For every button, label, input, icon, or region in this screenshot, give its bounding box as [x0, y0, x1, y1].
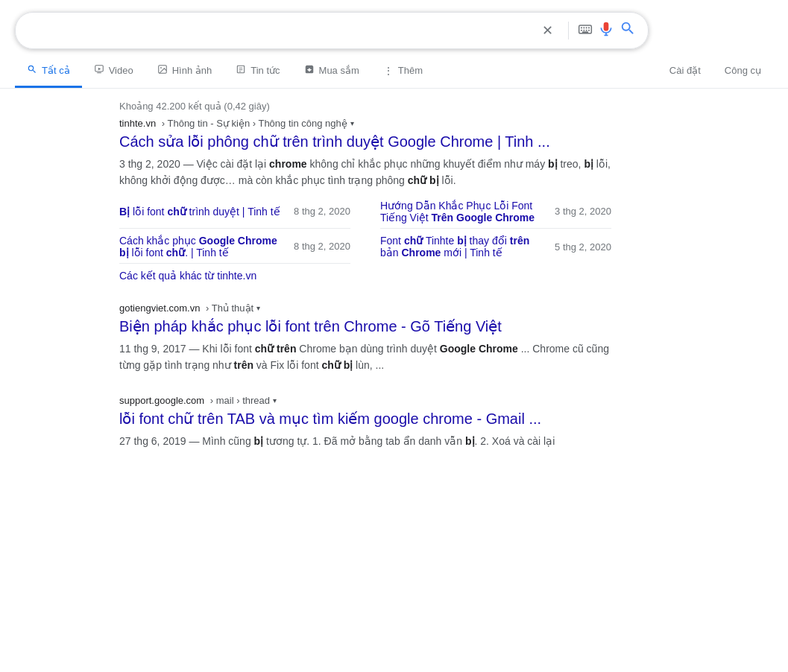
result-source: support.google.com › mail › thread ▾	[119, 395, 611, 406]
tab-all[interactable]: Tất cả	[15, 55, 82, 88]
result-domain: support.google.com	[119, 395, 204, 406]
svg-marker-11	[98, 68, 101, 71]
play-icon	[94, 64, 104, 77]
keyboard-icon[interactable]	[578, 22, 593, 40]
settings-label: Cài đặt	[669, 65, 701, 76]
sub-link[interactable]: Hướng Dẫn Khắc Phục Lỗi Font Tiếng Việt …	[380, 200, 546, 224]
sub-link-date: 8 thg 2, 2020	[294, 241, 350, 252]
sub-link[interactable]: Bị lỗi font chữ trình duyệt | Tinh tế	[119, 206, 280, 218]
more-results-link[interactable]: Các kết quả khác từ tinhte.vn	[119, 270, 611, 282]
tab-video-label: Video	[109, 65, 133, 76]
results-container: tinhte.vn › Thông tin - Sự kiện › Thông …	[0, 118, 788, 449]
search-tab-icon	[27, 64, 37, 77]
result-source: tinhte.vn › Thông tin - Sự kiện › Thông …	[119, 118, 611, 129]
breadcrumb-dropdown-icon[interactable]: ▾	[256, 304, 260, 312]
sub-link-date: 8 thg 2, 2020	[294, 206, 350, 217]
tab-news-label: Tin tức	[250, 65, 280, 76]
search-divider	[568, 22, 569, 39]
sub-link-row: Bị lỗi font chữ trình duyệt | Tinh tế 8 …	[119, 195, 350, 229]
tab-images-label: Hình ảnh	[172, 65, 212, 76]
tab-shopping[interactable]: Mua sắm	[292, 55, 371, 88]
tag-icon	[304, 64, 315, 77]
result-breadcrumb: › mail › thread	[207, 395, 270, 406]
settings-tab[interactable]: Cài đặt	[658, 56, 713, 87]
sub-link-row: Hướng Dẫn Khắc Phục Lỗi Font Tiếng Việt …	[380, 195, 611, 229]
sub-link-date: 3 thg 2, 2020	[555, 206, 611, 217]
result-title[interactable]: lỗi font chữ trên TAB và mục tìm kiếm go…	[119, 409, 611, 428]
tab-more[interactable]: ⋮ Thêm	[371, 56, 435, 88]
result-desc: 27 thg 6, 2019 — Mình cũng bị tương tự. …	[119, 433, 611, 449]
sub-link[interactable]: Cách khắc phục Google Chrome bị lỗi font…	[119, 235, 285, 259]
nav-tabs: Tất cả Video Hình ảnh Tin tức Mua sắm ⋮ …	[0, 55, 788, 89]
sub-link-date: 5 thg 2, 2020	[555, 241, 611, 253]
tab-images[interactable]: Hình ảnh	[145, 55, 224, 88]
dots-icon: ⋮	[383, 65, 394, 77]
clear-icon[interactable]: ✕	[536, 22, 559, 39]
result-breadcrumb: › Thủ thuật	[203, 302, 253, 314]
tab-more-label: Thêm	[398, 65, 423, 76]
tab-news[interactable]: Tin tức	[224, 55, 291, 88]
tab-video[interactable]: Video	[82, 55, 145, 88]
tools-tab[interactable]: Công cụ	[713, 56, 773, 87]
sub-link-row: Font chữ Tinhte bị thay đổi trên bản Chr…	[380, 230, 611, 264]
result-domain: gotiengviet.com.vn	[119, 302, 200, 314]
tab-shopping-label: Mua sắm	[319, 65, 359, 76]
search-button-icon[interactable]	[620, 20, 636, 41]
search-bar: chữ trên google chrome bị nghiêng ✕	[15, 12, 649, 49]
breadcrumb-dropdown-icon[interactable]: ▾	[350, 119, 354, 127]
image-icon	[157, 64, 168, 77]
result-title[interactable]: Cách sửa lỗi phông chữ trên trình duyệt …	[119, 132, 611, 151]
result-breadcrumb: › Thông tin - Sự kiện › Thông tin công n…	[159, 118, 347, 129]
result-item: support.google.com › mail › thread ▾ lỗi…	[119, 395, 611, 449]
result-domain: tinhte.vn	[119, 118, 156, 129]
result-source: gotiengviet.com.vn › Thủ thuật ▾	[119, 302, 611, 314]
search-input[interactable]: chữ trên google chrome bị nghiêng	[28, 24, 530, 37]
result-desc: 3 thg 2, 2020 — Việc cài đặt lại chrome …	[119, 156, 611, 189]
result-item: tinhte.vn › Thông tin - Sự kiện › Thông …	[119, 118, 611, 282]
tab-all-label: Tất cả	[42, 65, 70, 76]
search-bar-container: chữ trên google chrome bị nghiêng ✕	[0, 0, 788, 49]
tools-label: Công cụ	[725, 65, 761, 76]
sub-links: Bị lỗi font chữ trình duyệt | Tinh tế 8 …	[119, 195, 611, 264]
sub-link[interactable]: Font chữ Tinhte bị thay đổi trên bản Chr…	[380, 235, 546, 259]
result-desc: 11 thg 9, 2017 — Khi lỗi font chữ trên C…	[119, 340, 611, 374]
newspaper-icon	[236, 64, 246, 77]
mic-icon[interactable]	[599, 22, 614, 40]
sub-link-row: Cách khắc phục Google Chrome bị lỗi font…	[119, 230, 350, 264]
result-title[interactable]: Biện pháp khắc phục lỗi font trên Chrome…	[119, 317, 611, 336]
result-item: gotiengviet.com.vn › Thủ thuật ▾ Biện ph…	[119, 302, 611, 374]
results-count: Khoảng 42.200 kết quả (0,42 giây)	[0, 89, 788, 118]
breadcrumb-dropdown-icon[interactable]: ▾	[273, 396, 277, 405]
svg-point-14	[160, 67, 162, 69]
